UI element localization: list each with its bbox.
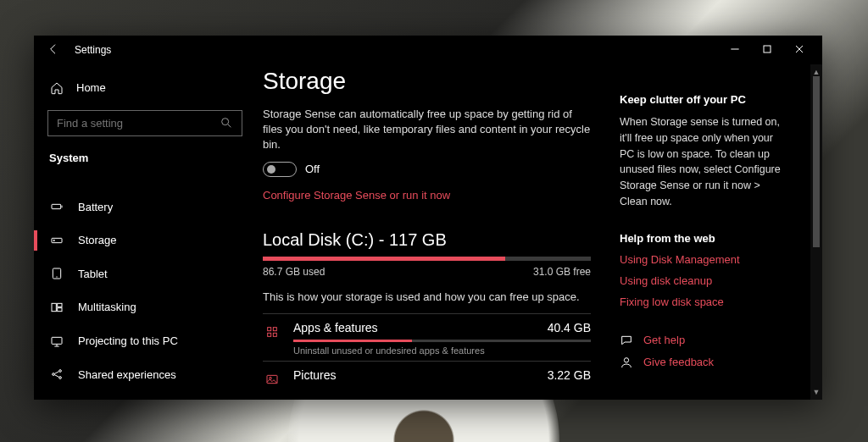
svg-rect-7 [58, 303, 62, 307]
category-size: 40.4 GB [548, 321, 591, 334]
search-input[interactable] [57, 117, 220, 130]
get-help-link[interactable]: Get help [620, 334, 790, 347]
category-name: Pictures [293, 368, 337, 382]
sidebar-item-label: Multitasking [78, 301, 136, 313]
close-icon [793, 42, 806, 56]
svg-rect-6 [52, 303, 56, 311]
scrollbar[interactable]: ▲ ▼ [810, 64, 822, 400]
pictures-icon [263, 370, 281, 389]
disk-free-label: 31.0 GB free [533, 266, 591, 278]
search-icon [220, 116, 233, 130]
storage-sense-toggle[interactable] [263, 162, 297, 177]
minimize-button[interactable] [719, 42, 751, 58]
shared-icon [49, 367, 64, 381]
sidebar-item-label: Battery [78, 201, 113, 213]
scroll-up-icon: ▲ [813, 68, 821, 76]
category-size: 3.22 GB [548, 368, 591, 382]
sidebar-item-projecting[interactable]: Projecting to this PC [44, 324, 246, 358]
sidebar-item-label: Tablet [78, 268, 108, 280]
category-name: Apps & features [293, 321, 378, 334]
settings-window: Settings Home System [34, 36, 822, 400]
home-link[interactable]: Home [44, 73, 246, 103]
page-title: Storage [263, 68, 591, 95]
help-link-disk-cleanup[interactable]: Using disk cleanup [620, 274, 790, 287]
clutter-title: Keep clutter off your PC [620, 93, 790, 106]
storage-category-apps[interactable]: Apps & features 40.4 GB Uninstall unused… [263, 313, 591, 361]
sidebar-item-label: Shared experiences [78, 368, 176, 381]
scroll-thumb[interactable] [813, 76, 820, 247]
svg-point-12 [59, 377, 62, 379]
storage-sense-description: Storage Sense can automatically free up … [263, 107, 591, 153]
svg-point-1 [222, 119, 229, 125]
storage-icon [49, 234, 64, 247]
disk-used-label: 86.7 GB used [263, 266, 325, 278]
help-web-title: Help from the web [620, 232, 790, 245]
sidebar-item-storage[interactable]: Storage [44, 224, 246, 257]
svg-rect-13 [268, 327, 271, 330]
back-button[interactable] [41, 42, 66, 58]
home-label: Home [76, 81, 106, 94]
svg-rect-9 [52, 337, 62, 344]
minimize-icon [728, 42, 742, 56]
main-content: Storage Storage Sense can automatically … [254, 64, 606, 400]
sidebar-item-shared[interactable]: Shared experiences [44, 357, 246, 391]
svg-rect-15 [268, 333, 271, 336]
category-hint: Uninstall unused or undesired apps & fea… [293, 345, 591, 356]
disk-usage-bar [263, 257, 591, 261]
sidebar-item-label: Projecting to this PC [78, 334, 178, 347]
toggle-state-label: Off [305, 163, 320, 175]
svg-point-10 [53, 373, 55, 376]
home-icon [49, 81, 64, 95]
window-title: Settings [75, 44, 111, 56]
sidebar: Home System Battery Storage Tablet Mu [34, 64, 254, 400]
scroll-down-icon: ▼ [813, 388, 821, 396]
sidebar-item-label: Storage [78, 234, 117, 246]
svg-rect-8 [58, 308, 62, 312]
storage-category-pictures[interactable]: Pictures 3.22 GB [263, 361, 591, 394]
svg-point-19 [624, 357, 628, 362]
svg-rect-14 [273, 327, 276, 330]
battery-icon [49, 200, 64, 213]
multitasking-icon [49, 301, 64, 314]
apps-icon [263, 323, 281, 341]
feedback-icon [620, 356, 633, 369]
help-link-disk-management[interactable]: Using Disk Management [620, 253, 790, 266]
give-feedback-link[interactable]: Give feedback [620, 356, 790, 369]
section-label: System [44, 146, 246, 190]
svg-rect-16 [273, 333, 276, 336]
sidebar-item-tablet[interactable]: Tablet [44, 257, 246, 291]
title-bar: Settings [34, 36, 822, 64]
close-button[interactable] [783, 42, 815, 58]
sidebar-item-battery[interactable]: Battery [44, 190, 246, 224]
configure-storage-sense-link[interactable]: Configure Storage Sense or run it now [263, 189, 591, 202]
tablet-icon [49, 267, 64, 280]
right-panel: Keep clutter off your PC When Storage se… [606, 64, 810, 400]
chat-icon [620, 334, 633, 347]
maximize-button[interactable] [751, 42, 783, 58]
projecting-icon [49, 334, 64, 348]
search-box[interactable] [47, 110, 242, 137]
svg-rect-2 [52, 204, 61, 208]
sidebar-item-multitasking[interactable]: Multitasking [44, 290, 246, 324]
arrow-left-icon [47, 42, 60, 56]
maximize-icon [760, 42, 774, 56]
local-disk-title: Local Disk (C:) - 117 GB [263, 230, 591, 250]
clutter-body: When Storage sense is turned on, it'll f… [620, 114, 790, 210]
svg-point-11 [59, 370, 62, 373]
svg-point-4 [53, 240, 54, 240]
usage-description: This is how your storage is used and how… [263, 290, 591, 305]
help-link-low-disk[interactable]: Fixing low disk space [620, 296, 790, 308]
svg-rect-0 [764, 46, 771, 52]
